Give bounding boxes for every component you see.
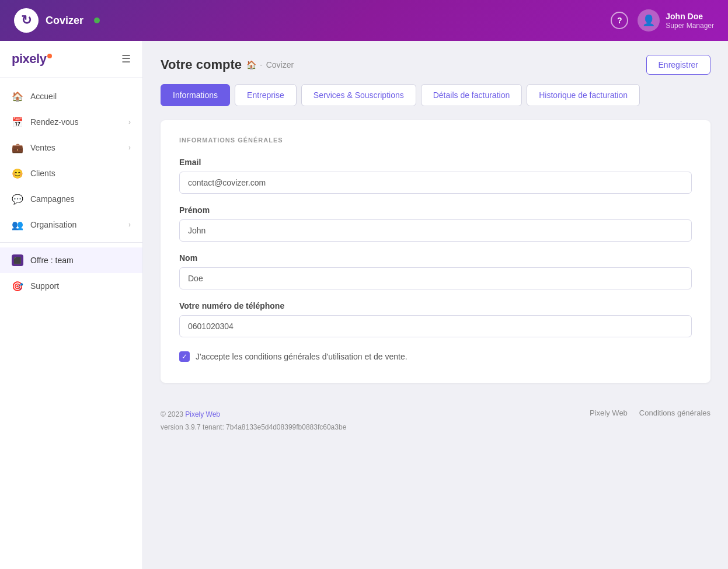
offre-label: Offre : team — [30, 256, 74, 265]
email-field[interactable] — [179, 172, 692, 194]
sidebar-item-clients[interactable]: 😊 Clients — [0, 160, 142, 186]
header-right: ? 👤 John Doe Super Manager — [611, 9, 714, 32]
covizer-logo: ↻ — [14, 8, 39, 33]
breadcrumb-current: Covizer — [266, 60, 294, 69]
sidebar-item-label: Rendez-vous — [30, 117, 79, 127]
footer-conditions-link[interactable]: Conditions générales — [639, 409, 710, 417]
offre-icon: ⬛ — [12, 254, 23, 266]
sidebar-item-ventes[interactable]: 💼 Ventes › — [0, 135, 142, 160]
menu-toggle-button[interactable]: ☰ — [121, 53, 131, 65]
app-name: Covizer — [46, 15, 83, 27]
footer-tenant-label: tenant: — [203, 423, 224, 431]
content-header: Votre compte 🏠 - Covizer Enregistrer — [143, 41, 728, 84]
sidebar-item-campagnes[interactable]: 💬 Campagnes — [0, 186, 142, 212]
chevron-right-icon: › — [128, 144, 131, 152]
footer-left: © 2023 Pixely Web version 3.9.7 tenant: … — [161, 409, 346, 434]
footer-right: Pixely Web Conditions générales — [590, 409, 710, 417]
section-title: INFORMATIONS GÉNÉRALES — [179, 137, 692, 144]
email-label: Email — [179, 158, 692, 167]
sidebar-item-organisation[interactable]: 👥 Organisation › — [0, 212, 142, 238]
prenom-group: Prénom — [179, 205, 692, 242]
tab-services[interactable]: Services & Souscriptions — [301, 84, 416, 106]
breadcrumb-row: Votre compte 🏠 - Covizer — [161, 57, 294, 72]
checkbox-row: ✓ J'accepte les conditions générales d'u… — [179, 351, 692, 362]
sidebar-divider — [0, 242, 142, 243]
help-button[interactable]: ? — [611, 12, 628, 29]
prenom-label: Prénom — [179, 205, 692, 215]
tab-informations[interactable]: Informations — [161, 84, 230, 106]
sidebar: pixely ☰ 🏠 Accueil 📅 Rendez-vous › � — [0, 41, 143, 569]
sidebar-item-label: Ventes — [30, 143, 55, 152]
top-header: ↻ Covizer ? 👤 John Doe Super Manager — [0, 0, 728, 41]
user-info[interactable]: 👤 John Doe Super Manager — [638, 9, 714, 32]
tabs-bar: Informations Entreprise Services & Sousc… — [143, 84, 728, 106]
sidebar-item-label: Support — [30, 281, 59, 291]
footer-pixely-link[interactable]: Pixely Web — [590, 409, 628, 417]
footer: © 2023 Pixely Web version 3.9.7 tenant: … — [143, 397, 728, 445]
sidebar-item-label: Organisation — [30, 220, 76, 229]
sidebar-item-label: Clients — [30, 169, 55, 178]
terms-checkbox[interactable]: ✓ — [179, 351, 190, 362]
sidebar-item-rendez-vous[interactable]: 📅 Rendez-vous › — [0, 109, 142, 135]
breadcrumb: 🏠 - Covizer — [246, 60, 294, 69]
breadcrumb-separator: - — [260, 60, 263, 69]
main-layout: pixely ☰ 🏠 Accueil 📅 Rendez-vous › � — [0, 41, 728, 569]
chevron-right-icon: › — [128, 118, 131, 126]
sidebar-item-label: Accueil — [30, 92, 57, 101]
nom-group: Nom — [179, 253, 692, 289]
phone-label: Votre numéro de téléphone — [179, 301, 692, 310]
chevron-right-icon: › — [128, 221, 131, 229]
header-left: ↻ Covizer — [14, 8, 100, 33]
nom-label: Nom — [179, 253, 692, 263]
support-icon: 🎯 — [12, 280, 23, 292]
organisation-icon: 👥 — [12, 219, 23, 231]
sidebar-item-support[interactable]: 🎯 Support — [0, 273, 142, 299]
user-role: Super Manager — [666, 22, 714, 30]
sidebar-top: pixely ☰ — [0, 41, 142, 78]
phone-group: Votre numéro de téléphone — [179, 301, 692, 337]
clients-icon: 😊 — [12, 167, 23, 179]
main-content: Votre compte 🏠 - Covizer Enregistrer Inf… — [143, 41, 728, 569]
register-button[interactable]: Enregistrer — [646, 55, 710, 75]
prenom-field[interactable] — [179, 219, 692, 242]
user-name: John Doe — [666, 11, 714, 22]
tab-historique[interactable]: Historique de facturation — [527, 84, 640, 106]
nom-field[interactable] — [179, 267, 692, 289]
home-icon: 🏠 — [12, 90, 23, 102]
page-title: Votre compte — [161, 57, 242, 72]
logo-text: pixely — [12, 51, 52, 67]
campagnes-icon: 💬 — [12, 193, 23, 205]
terms-label: J'accepte les conditions générales d'uti… — [196, 352, 407, 361]
footer-copyright: © 2023 — [161, 410, 183, 418]
sidebar-item-offre[interactable]: ⬛ Offre : team — [0, 247, 142, 273]
sidebar-item-label: Campagnes — [30, 194, 75, 204]
phone-field[interactable] — [179, 315, 692, 337]
tab-entreprise[interactable]: Entreprise — [235, 84, 297, 106]
status-dot — [94, 18, 100, 23]
ventes-icon: 💼 — [12, 142, 23, 153]
email-group: Email — [179, 158, 692, 194]
footer-brand-link[interactable]: Pixely Web — [185, 410, 220, 418]
pixely-logo: pixely — [12, 51, 52, 67]
footer-tenant-id: 7b4a8133e5d4d08399fb0883fc60a3be — [226, 423, 346, 431]
tab-facturation[interactable]: Détails de facturation — [421, 84, 523, 106]
form-card: INFORMATIONS GÉNÉRALES Email Prénom Nom … — [161, 120, 710, 383]
help-label: ? — [617, 16, 622, 25]
avatar: 👤 — [638, 9, 660, 32]
footer-version: version 3.9.7 — [161, 423, 201, 431]
calendar-icon: 📅 — [12, 116, 23, 128]
breadcrumb-home-icon: 🏠 — [246, 60, 256, 69]
sidebar-item-accueil[interactable]: 🏠 Accueil — [0, 83, 142, 109]
user-details: John Doe Super Manager — [666, 11, 714, 30]
sidebar-nav: 🏠 Accueil 📅 Rendez-vous › 💼 Ventes › — [0, 78, 142, 569]
